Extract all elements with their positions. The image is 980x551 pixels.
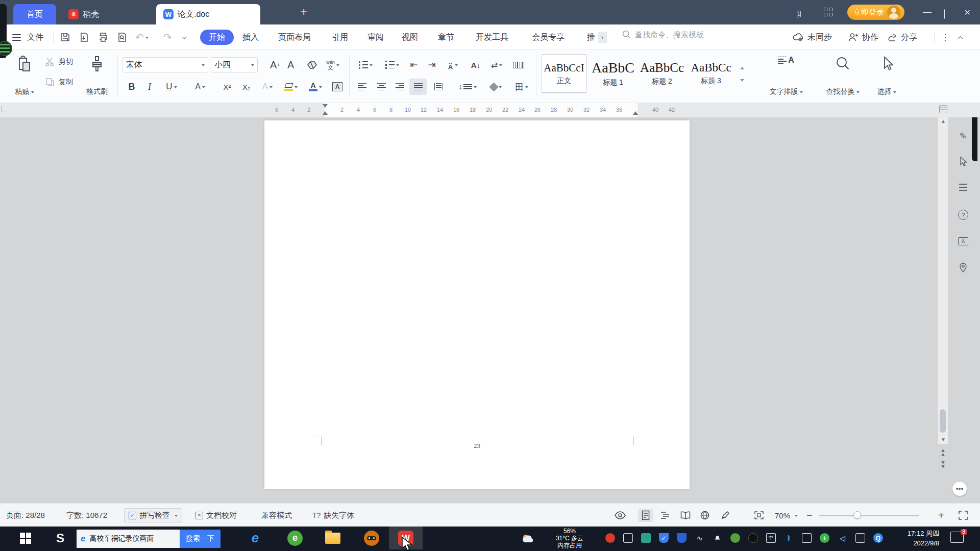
search-q-icon[interactable]: Q	[873, 533, 883, 543]
side-ocr-button[interactable]: A	[955, 234, 971, 249]
numbered-list-button[interactable]	[381, 57, 403, 72]
styles-scroll-down[interactable]	[740, 82, 744, 91]
print-button[interactable]	[98, 24, 108, 50]
side-location-button[interactable]	[955, 260, 971, 276]
ruler-toggle-button[interactable]	[939, 105, 947, 113]
browser-360-icon[interactable]: e	[284, 527, 306, 549]
character-shading-button[interactable]: A	[329, 79, 346, 95]
search-input[interactable]	[635, 30, 737, 39]
align-left-button[interactable]	[353, 79, 371, 95]
display-icon[interactable]	[855, 533, 865, 543]
input-method-icon[interactable]: 中	[766, 533, 776, 543]
close-button[interactable]: ×	[964, 6, 970, 18]
ie-taskbar-icon[interactable]: e	[244, 527, 266, 549]
cut-button[interactable]: 剪切	[45, 57, 73, 66]
style-heading1[interactable]: AaBbC标题 1	[591, 54, 635, 93]
tab-section[interactable]: 章节	[438, 24, 454, 50]
zoom-slider-knob[interactable]	[853, 511, 861, 519]
taskbar-search-box[interactable]: e 高校车祸记录仪画面 搜索一下	[77, 530, 220, 548]
style-heading3[interactable]: AaBbCc标题 3	[689, 54, 733, 93]
right-indent-marker[interactable]	[633, 111, 638, 115]
scrollbar-more-button[interactable]: •••	[952, 482, 967, 496]
missing-font-button[interactable]: T? 缺失字体	[312, 504, 354, 527]
zoom-in-button[interactable]: +	[938, 504, 944, 527]
word-count[interactable]: 字数: 10672	[66, 504, 107, 527]
collapse-ribbon-button[interactable]	[960, 24, 963, 50]
line-spacing-button[interactable]: ↕	[455, 79, 480, 95]
fit-page-button[interactable]	[751, 509, 767, 522]
side-help-button[interactable]: ?	[955, 207, 971, 222]
copy-button[interactable]: 复制	[45, 78, 73, 87]
sogou-input-icon[interactable]: S	[49, 527, 71, 549]
tab-member[interactable]: 会员专享	[532, 24, 565, 50]
font-size-select[interactable]: 小四	[211, 57, 258, 72]
scrollbar-thumb[interactable]	[940, 409, 946, 433]
page-view-button[interactable]	[638, 509, 653, 522]
horizontal-ruler[interactable]: 6 4 2 2 4 6 8 10 12 14 16 18 20 22 24 26…	[0, 103, 980, 117]
side-select-cursor-button[interactable]	[955, 154, 971, 169]
wrap-marks-button[interactable]: ⇄	[486, 57, 507, 72]
workspace-grid-icon[interactable]	[824, 8, 832, 16]
distribute-button[interactable]	[429, 79, 448, 95]
export-pdf-button[interactable]	[79, 24, 89, 50]
tab-review[interactable]: 审阅	[368, 24, 384, 50]
file-explorer-icon[interactable]	[322, 527, 344, 549]
style-normal[interactable]: AaBbCcI正文	[542, 54, 586, 93]
highlight-color-button[interactable]	[280, 79, 302, 95]
weather-icon[interactable]	[518, 527, 538, 549]
switch-window-icon[interactable]: 1	[797, 8, 801, 18]
tab-view[interactable]: 视图	[402, 24, 418, 50]
save-button[interactable]	[60, 24, 70, 50]
decrease-indent-button[interactable]: ⇤	[405, 57, 423, 72]
borders-button[interactable]: 田	[510, 79, 533, 95]
clear-format-button[interactable]	[303, 57, 321, 72]
pinyin-guide-button[interactable]: wén文	[322, 57, 344, 72]
side-adjust-settings-button[interactable]	[955, 180, 971, 195]
hanging-indent-marker[interactable]	[323, 111, 328, 115]
strikethrough-button[interactable]: A	[189, 79, 211, 95]
zoom-out-button[interactable]: −	[806, 504, 813, 527]
tab-ruler-button[interactable]	[509, 57, 528, 72]
justify-button[interactable]	[409, 79, 427, 95]
styles-scroll-up[interactable]	[740, 58, 744, 67]
increase-font-button[interactable]: A+	[266, 57, 284, 72]
vertical-scrollbar[interactable]	[938, 117, 948, 444]
tab-page-layout[interactable]: 页面布局	[278, 24, 311, 50]
bullet-list-button[interactable]	[354, 57, 377, 72]
text-effects-button[interactable]: A	[257, 79, 278, 95]
scroll-up-arrow[interactable]: ▲	[941, 118, 946, 124]
document-tab[interactable]: W 论文.doc	[156, 4, 260, 24]
wifi-icon[interactable]: ∿	[695, 533, 704, 543]
taskbar-search-button[interactable]: 搜索一下	[180, 530, 220, 548]
tab-insert[interactable]: 插入	[242, 24, 259, 50]
first-line-indent-marker[interactable]	[323, 104, 328, 108]
undo-button[interactable]: ↶	[135, 24, 149, 50]
nvidia-icon[interactable]	[730, 533, 740, 543]
security-shield-icon[interactable]: ✓	[659, 533, 669, 543]
character-scale-button[interactable]: ↔A	[442, 57, 463, 72]
share-button[interactable]: 分享	[887, 24, 917, 50]
zoom-slider-track[interactable]	[819, 515, 919, 516]
side-annotate-pen-button[interactable]: ✎	[955, 129, 971, 144]
tab-references[interactable]: 引用	[332, 24, 348, 50]
align-center-button[interactable]	[373, 79, 390, 95]
tim-icon[interactable]	[605, 533, 615, 543]
more-options-button[interactable]: ⋮	[941, 24, 950, 50]
document-page[interactable]: 23	[264, 120, 690, 489]
style-heading2[interactable]: AaBbCc标题 2	[640, 54, 684, 93]
tab-developer[interactable]: 开发工具	[476, 24, 508, 50]
clipboard-icon[interactable]	[802, 533, 812, 543]
compatibility-mode-label[interactable]: 兼容模式	[261, 504, 292, 527]
web-layout-button[interactable]	[697, 509, 713, 522]
volume-icon[interactable]: ◁	[838, 533, 847, 543]
read-mode-button[interactable]	[678, 509, 693, 522]
notification-bell-icon[interactable]: 🔔︎	[713, 533, 722, 543]
defender-shield-icon[interactable]	[677, 533, 687, 543]
underline-button[interactable]: U	[160, 79, 183, 95]
start-button[interactable]	[14, 527, 37, 549]
format-painter-button[interactable]: 格式刷	[82, 55, 112, 97]
tab-home-ribbon[interactable]: 开始	[200, 30, 234, 45]
align-right-button[interactable]	[391, 79, 408, 95]
tv-icon[interactable]	[641, 533, 651, 543]
tab-recommend-truncated[interactable]: 推	[587, 24, 595, 50]
